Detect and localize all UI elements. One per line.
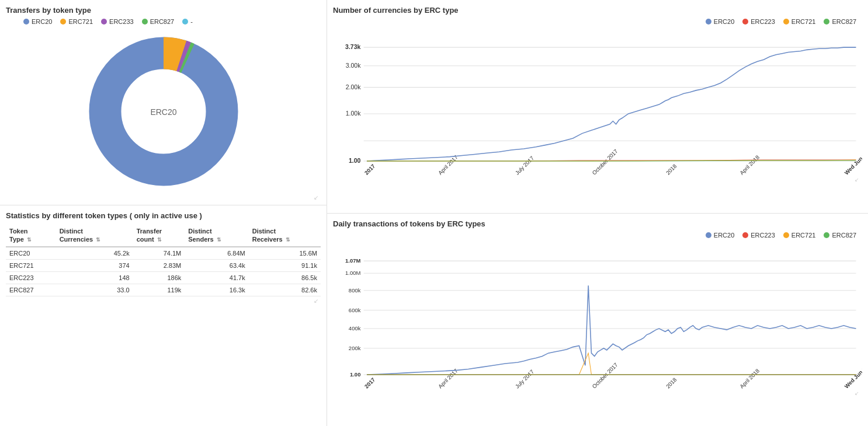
cell-token-type: ERC20 (6, 247, 56, 260)
svg-text:1.00M: 1.00M (345, 270, 360, 276)
donut-chart-section: Transfers by token type ERC20 ERC721 ERC… (0, 0, 327, 205)
top-legend-erc223: ERC223 (742, 18, 775, 25)
cell-distinct-receivers: 15.6M (249, 247, 321, 260)
svg-text:1.00: 1.00 (349, 157, 361, 164)
svg-text:3.00k: 3.00k (346, 62, 361, 69)
cell-distinct-senders: 16.3k (185, 284, 248, 296)
bottom-legend-dot-erc223 (742, 232, 748, 238)
left-panel: Transfers by token type ERC20 ERC721 ERC… (0, 0, 327, 426)
svg-text:3.73k: 3.73k (345, 43, 360, 50)
legend-erc721: ERC721 (60, 18, 93, 25)
bottom-chart-svg: 1.07M 1.00M 800k 600k 400k 200k 1.00 201… (333, 241, 862, 410)
donut-corner: ↙ (6, 193, 321, 202)
legend-dot-erc20 (23, 19, 29, 25)
table-row: ERC721 374 2.83M 63.4k 91.1k (6, 259, 321, 271)
bottom-chart-panel: Daily transactions of tokens by ERC type… (327, 214, 868, 427)
cell-transfer-count: 2.83M (133, 259, 185, 271)
right-panel: Number of currencies by ERC type ERC20 E… (327, 0, 868, 426)
legend-dot-erc721 (60, 19, 66, 25)
svg-text:July 2017: July 2017 (514, 155, 535, 176)
legend-label-erc20: ERC20 (32, 18, 52, 25)
bottom-legend-erc721: ERC721 (783, 232, 816, 239)
cell-distinct-senders: 41.7k (185, 271, 248, 284)
cell-token-type: ERC827 (6, 284, 56, 296)
cell-transfer-count: 186k (133, 271, 185, 284)
svg-text:1.00k: 1.00k (346, 110, 361, 117)
legend-label-erc827: ERC827 (150, 18, 175, 25)
svg-text:July 2017: July 2017 (514, 368, 535, 389)
bottom-legend-erc20: ERC20 (706, 232, 734, 239)
svg-text:Wed Jun 13: Wed Jun 13 (843, 363, 862, 389)
svg-text:400k: 400k (349, 325, 361, 331)
donut-center-label: ERC20 (150, 107, 176, 117)
cell-distinct-currencies: 374 (56, 259, 133, 271)
donut-legend: ERC20 ERC721 ERC233 ERC827 - (6, 18, 321, 25)
svg-text:1.00: 1.00 (350, 371, 360, 378)
svg-text:600k: 600k (349, 306, 361, 313)
svg-text:April 2018: April 2018 (738, 154, 761, 176)
bottom-legend-dot-erc20 (706, 232, 711, 238)
th-distinct-currencies[interactable]: DistinctCurrencies ⇅ (56, 225, 133, 247)
table-row: ERC827 33.0 119k 16.3k 82.6k (6, 284, 321, 296)
svg-text:2.00k: 2.00k (346, 83, 361, 90)
stats-title: Statistics by different token types ( on… (6, 211, 321, 220)
bottom-legend-dot-erc827 (824, 232, 829, 238)
top-legend-erc20: ERC20 (706, 18, 734, 25)
legend-dot-dash (182, 19, 188, 25)
top-chart-legend: ERC20 ERC223 ERC721 ERC827 (333, 18, 862, 25)
svg-text:October 2017: October 2017 (591, 361, 619, 389)
legend-dot-erc233 (101, 19, 107, 25)
donut-container: ERC20 (6, 30, 321, 193)
table-row: ERC223 148 186k 41.7k 86.5k (6, 271, 321, 284)
top-legend-dot-erc721 (783, 19, 789, 25)
svg-text:2018: 2018 (665, 376, 678, 389)
legend-erc233: ERC233 (101, 18, 134, 25)
legend-label-erc721: ERC721 (68, 18, 93, 25)
cell-distinct-currencies: 45.2k (56, 247, 133, 260)
donut-chart-title: Transfers by token type (6, 6, 321, 15)
bottom-legend-dot-erc721 (783, 232, 789, 238)
cell-distinct-receivers: 91.1k (249, 259, 321, 271)
bottom-legend-erc223: ERC223 (742, 232, 775, 239)
cell-distinct-receivers: 82.6k (249, 284, 321, 296)
svg-text:April 2018: April 2018 (738, 367, 761, 389)
top-legend-erc721: ERC721 (783, 18, 816, 25)
top-legend-dot-erc827 (824, 19, 829, 25)
legend-dash: - (182, 18, 193, 25)
stats-table: TokenType ⇅ DistinctCurrencies ⇅ Transfe… (6, 225, 321, 296)
cell-distinct-currencies: 33.0 (56, 284, 133, 296)
th-transfer-count[interactable]: Transfercount ⇅ (133, 225, 185, 247)
svg-text:2017: 2017 (363, 163, 377, 176)
main-layout: Transfers by token type ERC20 ERC721 ERC… (0, 0, 868, 426)
th-distinct-senders[interactable]: DistinctSenders ⇅ (185, 225, 248, 247)
svg-text:October 2017: October 2017 (591, 148, 619, 176)
cell-distinct-senders: 6.84M (185, 247, 248, 260)
svg-text:↙: ↙ (855, 176, 859, 183)
cell-transfer-count: 74.1M (133, 247, 185, 260)
legend-label-erc233: ERC233 (109, 18, 134, 25)
bottom-chart-title: Daily transactions of tokens by ERC type… (333, 219, 862, 228)
top-legend-dot-erc223 (742, 19, 748, 25)
stats-corner: ↙ (6, 296, 321, 305)
th-token-type[interactable]: TokenType ⇅ (6, 225, 56, 247)
svg-text:Wed Jun 13: Wed Jun 13 (843, 150, 862, 176)
svg-text:800k: 800k (349, 287, 361, 293)
bottom-legend-erc827: ERC827 (824, 232, 856, 239)
cell-token-type: ERC721 (6, 259, 56, 271)
legend-erc827: ERC827 (142, 18, 175, 25)
legend-label-dash: - (190, 18, 193, 25)
cell-distinct-currencies: 148 (56, 271, 133, 284)
cell-transfer-count: 119k (133, 284, 185, 296)
legend-erc20: ERC20 (23, 18, 52, 25)
cell-token-type: ERC223 (6, 271, 56, 284)
svg-text:↙: ↙ (855, 389, 859, 396)
bottom-chart-legend: ERC20 ERC223 ERC721 ERC827 (333, 232, 862, 239)
th-distinct-receivers[interactable]: DistinctReceivers ⇅ (249, 225, 321, 247)
cell-distinct-senders: 63.4k (185, 259, 248, 271)
top-chart-svg: 3.73k 3.00k 2.00k 1.00k 1.00 2017 April … (333, 27, 862, 197)
top-chart-panel: Number of currencies by ERC type ERC20 E… (327, 0, 868, 214)
table-row: ERC20 45.2k 74.1M 6.84M 15.6M (6, 247, 321, 260)
top-legend-dot-erc20 (706, 19, 711, 25)
table-header-row: TokenType ⇅ DistinctCurrencies ⇅ Transfe… (6, 225, 321, 247)
svg-text:200k: 200k (349, 344, 361, 351)
